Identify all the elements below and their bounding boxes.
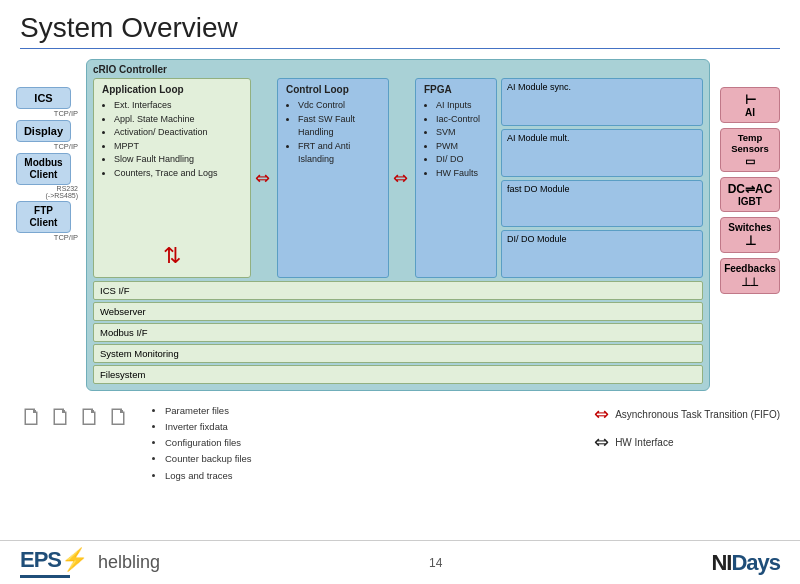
eps-lightning: ⚡ [61, 547, 88, 573]
app-loop-content: Ext. Interfaces Appl. State Machine Acti… [102, 99, 242, 180]
igbt-label: IGBT [723, 196, 777, 207]
fast-do-module: fast DO Module [501, 180, 703, 228]
ctrl-item-1: Vdc Control [298, 99, 380, 113]
fpga-item-4: PWM [436, 140, 488, 154]
ai-sync-module: AI Module sync. [501, 78, 703, 126]
fpga-item-2: Iac-Control [436, 113, 488, 127]
feedbacks-box: Feedbacks ⟂⟂ [720, 258, 780, 294]
modbus-if-row: Modbus I/F [93, 323, 703, 342]
file-icon-4: 🗋 [107, 403, 131, 431]
temp-icon: ▭ [723, 155, 777, 168]
fpga-item-5: DI/ DO [436, 153, 488, 167]
ftp-conn-label: TCP/IP [16, 233, 80, 242]
switches-label: Switches [723, 222, 777, 233]
ftp-client: FTPClient TCP/IP [16, 201, 80, 242]
display-conn-label: TCP/IP [16, 142, 80, 151]
fpga-item-6: HW Faults [436, 167, 488, 181]
ai-label: AI [723, 107, 777, 118]
arrow-app-ctrl: ⇔ [255, 78, 273, 278]
crio-bottom-rows: ICS I/F Webserver Modbus I/F System Moni… [93, 281, 703, 384]
switches-box: Switches ⊥ [720, 217, 780, 253]
bullet-2: Inverter fixdata [165, 419, 252, 435]
switches-icon: ⊥ [723, 233, 777, 248]
file-icon-3: 🗋 [78, 403, 102, 431]
igbt-module: DC⇌AC IGBT [716, 177, 784, 212]
bullet-4: Counter backup files [165, 451, 252, 467]
eps-logo-row: EPS ⚡ [20, 547, 88, 573]
ctrl-item-3: FRT and Anti Islanding [298, 140, 380, 167]
crio-label: cRIO Controller [93, 64, 703, 75]
file-icon-2: 🗋 [49, 403, 73, 431]
app-item-5: Slow Fault Handling [114, 153, 242, 167]
bullet-3: Configuration files [165, 435, 252, 451]
ctrl-loop-content: Vdc Control Fast SW Fault Handling FRT a… [286, 99, 380, 167]
title-divider [20, 48, 780, 49]
ni-text: NI [711, 550, 731, 575]
file-icons-group: 🗋 🗋 🗋 🗋 [20, 403, 131, 431]
modules-col: AI Module sync. AI Module mult. fast DO … [501, 78, 703, 278]
async-legend-text: Asynchronous Task Transition (FIFO) [615, 409, 780, 420]
ctrl-item-2: Fast SW Fault Handling [298, 113, 380, 140]
days-text: Days [731, 550, 780, 575]
app-loop-box: Application Loop Ext. Interfaces Appl. S… [93, 78, 251, 278]
file-bullets: Parameter files Inverter fixdata Configu… [151, 403, 252, 484]
footer: EPS ⚡ helbling 14 NIDays [0, 540, 800, 584]
app-item-2: Appl. State Machine [114, 113, 242, 127]
modbus-box: ModbusClient [16, 153, 71, 185]
page-number: 14 [429, 556, 442, 570]
temp-box: TempSensors ▭ [720, 128, 780, 172]
modbus-client: ModbusClient RS232(->RS485) [16, 153, 80, 199]
clients-column: ICS TCP/IP Display TCP/IP ModbusClient R… [16, 59, 80, 244]
fpga-item-3: SVM [436, 126, 488, 140]
ctrl-loop-title: Control Loop [286, 84, 380, 95]
legend-arrows: ⇔ Asynchronous Task Transition (FIFO) ⇔ … [594, 403, 780, 453]
sys-monitoring-row: System Monitoring [93, 344, 703, 363]
webserver-row: Webserver [93, 302, 703, 321]
temp-label: TempSensors [723, 132, 777, 155]
feedbacks-module: Feedbacks ⟂⟂ [716, 258, 784, 294]
app-item-1: Ext. Interfaces [114, 99, 242, 113]
ai-mult-module: AI Module mult. [501, 129, 703, 177]
fpga-box: FPGA AI Inputs Iac-Control SVM PWM DI/ D… [415, 78, 497, 278]
filesystem-row: Filesystem [93, 365, 703, 384]
eps-underline [20, 575, 70, 578]
ics-box: ICS [16, 87, 71, 109]
file-icons-row: 🗋 🗋 🗋 🗋 [20, 403, 131, 431]
bottom-legend-area: 🗋 🗋 🗋 🗋 Parameter files Inverter fixdata… [0, 397, 800, 484]
eps-text: EPS [20, 547, 61, 573]
file-icon-1: 🗋 [20, 403, 44, 431]
hw-legend-text: HW Interface [615, 437, 673, 448]
ai-icon: ⊢ [723, 92, 777, 107]
display-client: Display TCP/IP [16, 120, 80, 151]
fpga-item-1: AI Inputs [436, 99, 488, 113]
fast-do-label: fast DO Module [507, 184, 570, 194]
display-box: Display [16, 120, 71, 142]
ai-module-right: ⊢ AI [716, 87, 784, 123]
di-do-module: DI/ DO Module [501, 230, 703, 278]
fpga-title: FPGA [424, 84, 488, 95]
modbus-conn-label: RS232(->RS485) [16, 185, 80, 199]
di-do-label: DI/ DO Module [507, 234, 567, 244]
igbt-box: DC⇌AC IGBT [720, 177, 780, 212]
helbling-text: helbling [98, 552, 160, 573]
feedbacks-icon: ⟂⟂ [723, 274, 777, 289]
ics-client: ICS TCP/IP [16, 87, 80, 118]
temp-sensors-module: TempSensors ▭ [716, 128, 784, 172]
app-item-4: MPPT [114, 140, 242, 154]
crio-outer-box: cRIO Controller Application Loop Ext. In… [86, 59, 710, 391]
ai-right-box: ⊢ AI [720, 87, 780, 123]
page-title: System Overview [0, 0, 800, 48]
hw-arrow-icon: ⇔ [594, 431, 609, 453]
app-item-6: Counters, Trace and Logs [114, 167, 242, 181]
switches-module: Switches ⊥ [716, 217, 784, 253]
bullet-5: Logs and traces [165, 468, 252, 484]
ftp-box: FTPClient [16, 201, 71, 233]
right-modules-col: ⊢ AI TempSensors ▭ DC⇌AC IGBT [716, 59, 784, 294]
async-legend: ⇔ Asynchronous Task Transition (FIFO) [594, 403, 780, 425]
app-loop-arrow: ⇅ [163, 245, 181, 267]
app-loop-title: Application Loop [102, 84, 242, 95]
app-item-3: Activation/ Deactivation [114, 126, 242, 140]
fpga-content: AI Inputs Iac-Control SVM PWM DI/ DO HW … [424, 99, 488, 180]
feedbacks-label: Feedbacks [723, 263, 777, 274]
igbt-icon: DC⇌AC [723, 182, 777, 196]
